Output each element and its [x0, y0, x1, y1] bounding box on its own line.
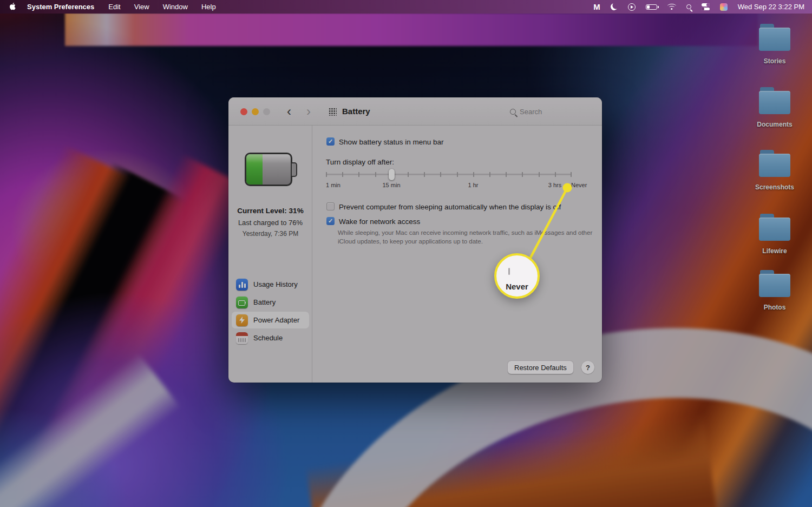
focus-moon-icon[interactable]	[611, 3, 618, 11]
power-adapter-bolt-icon	[236, 314, 248, 326]
sidebar-item-schedule[interactable]: Schedule	[232, 330, 309, 346]
desktop: Stories Documents Screenshots Lifewire P…	[0, 0, 812, 507]
slider-label-15min: 15 min	[370, 182, 413, 188]
window-title: Battery	[342, 107, 370, 116]
turn-display-off-label: Turn display off after:	[326, 158, 394, 166]
control-center-icon[interactable]	[702, 3, 710, 11]
check-icon: ✓	[328, 218, 333, 224]
display-off-slider-thumb[interactable]	[389, 169, 395, 180]
last-charged-time-text: Yesterday, 7:36 PM	[228, 230, 312, 238]
folder-icon	[759, 270, 790, 298]
menu-edit[interactable]: Edit	[108, 3, 120, 11]
check-icon: ✓	[328, 138, 333, 144]
folder-label: Photos	[745, 304, 804, 311]
slider-label-1hr: 1 hr	[451, 182, 495, 188]
close-button[interactable]	[240, 108, 247, 115]
menu-bar-clock[interactable]: Wed Sep 22 3:22 PM	[738, 3, 804, 11]
folder-icon	[759, 87, 790, 115]
battery-level-graphic	[245, 153, 299, 188]
spotlight-search-icon[interactable]	[686, 3, 691, 11]
prevent-sleep-label: Prevent computer from sleeping automatic…	[339, 203, 561, 211]
battery-icon[interactable]	[646, 3, 657, 11]
sidebar-item-power-adapter[interactable]: Power Adapter	[232, 312, 309, 328]
slider-label-3hrs: 3 hrs	[533, 182, 577, 188]
slider-label-never: Never	[571, 182, 587, 188]
show-battery-status-checkbox[interactable]: ✓	[326, 137, 335, 146]
folder-label: Screenshots	[745, 183, 804, 191]
folder-lifewire[interactable]: Lifewire	[745, 214, 804, 255]
window-titlebar[interactable]: ‹ › Battery	[228, 97, 602, 126]
sidebar-item-label: Usage History	[253, 280, 298, 288]
folder-stories[interactable]: Stories	[745, 24, 804, 65]
last-charged-text: Last charged to 76%	[228, 219, 312, 227]
folder-icon	[759, 24, 790, 52]
folder-icon	[759, 150, 790, 178]
search-input[interactable]	[520, 108, 585, 116]
show-all-grid-icon[interactable]	[329, 108, 337, 116]
current-level-text: Current Level: 31%	[228, 207, 312, 215]
search-field[interactable]	[510, 105, 597, 118]
sidebar-item-label: Schedule	[253, 334, 283, 342]
battery-icon	[236, 297, 248, 308]
restore-defaults-button[interactable]: Restore Defaults	[508, 361, 573, 374]
menu-app-name[interactable]: System Preferences	[27, 3, 94, 11]
apple-menu-icon[interactable]	[10, 3, 17, 11]
zoom-button[interactable]	[263, 108, 270, 115]
callout-tick-mark	[508, 268, 510, 275]
back-button[interactable]: ‹	[284, 102, 294, 121]
search-icon	[510, 109, 516, 115]
wifi-icon[interactable]	[667, 3, 676, 11]
sidebar-item-battery[interactable]: Battery	[232, 294, 309, 311]
colorful-app-icon[interactable]	[720, 3, 728, 11]
folder-screenshots[interactable]: Screenshots	[745, 150, 804, 191]
folder-icon	[759, 214, 790, 242]
minimize-button[interactable]	[252, 108, 259, 115]
malwarebytes-m-icon[interactable]: M	[593, 3, 600, 11]
slider-label-1min: 1 min	[326, 182, 340, 188]
sidebar-item-label: Power Adapter	[253, 316, 299, 324]
folder-label: Lifewire	[745, 247, 804, 255]
sidebar: Current Level: 31% Last charged to 76% Y…	[228, 126, 312, 383]
prevent-sleep-checkbox[interactable]	[326, 202, 335, 210]
sidebar-item-usage-history[interactable]: Usage History	[232, 276, 309, 293]
help-button[interactable]: ?	[581, 361, 594, 374]
sidebar-item-label: Battery	[253, 298, 276, 306]
folder-label: Documents	[745, 121, 804, 128]
wake-network-checkbox[interactable]: ✓	[326, 217, 335, 225]
folder-label: Stories	[745, 57, 804, 65]
menu-help[interactable]: Help	[201, 3, 216, 11]
callout-circle: Never	[494, 253, 540, 299]
display-off-slider	[326, 169, 572, 181]
menu-window[interactable]: Window	[163, 3, 188, 11]
usage-history-chart-icon	[236, 279, 248, 291]
schedule-calendar-icon	[236, 332, 248, 344]
show-battery-status-label: Show battery status in menu bar	[339, 138, 444, 146]
folder-documents[interactable]: Documents	[745, 87, 804, 128]
screen-record-icon[interactable]	[628, 3, 636, 11]
battery-preferences-window: ‹ › Battery Current Level: 31% Last char…	[228, 97, 602, 383]
wake-network-label: Wake for network access	[339, 218, 420, 226]
menu-view[interactable]: View	[134, 3, 149, 11]
callout-label: Never	[496, 282, 538, 291]
slider-track[interactable]	[326, 174, 572, 175]
folder-photos[interactable]: Photos	[745, 270, 804, 311]
forward-button[interactable]: ›	[303, 102, 314, 121]
wake-network-description: While sleeping, your Mac can receive inc…	[338, 229, 608, 246]
menu-bar: System Preferences Edit View Window Help…	[0, 0, 812, 14]
